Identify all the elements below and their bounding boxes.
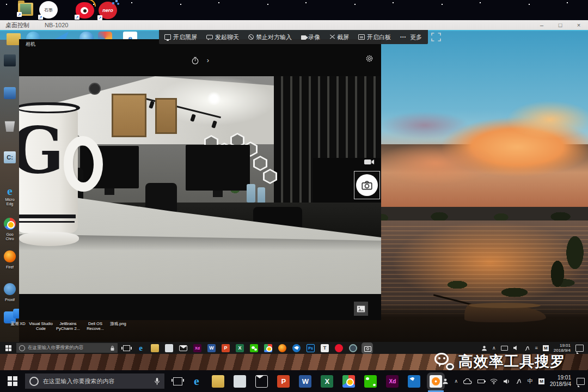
desktop-icon-google-chrome[interactable]: Goo Chro	[1, 218, 19, 241]
minimize-button[interactable]: –	[532, 20, 551, 30]
taskbar-adobe-xd[interactable]: Xd	[193, 344, 201, 352]
taskbar-settings-circle[interactable]	[349, 344, 357, 352]
taskbar-chrome[interactable]	[264, 344, 272, 352]
ime-language-indicator[interactable]: 中	[528, 377, 533, 385]
taskbar-mail[interactable]	[255, 375, 268, 388]
task-view-button[interactable]	[173, 377, 183, 385]
device-name: NB-1020	[45, 22, 68, 28]
taskbar-file-explorer[interactable]	[212, 375, 224, 388]
taskbar-weibo[interactable]	[335, 344, 343, 352]
task-view-button[interactable]	[123, 345, 130, 351]
taskbar-camera-active[interactable]	[363, 344, 371, 352]
black-screen-button[interactable]: 开启黑屏	[164, 33, 197, 41]
desktop-icon-proxifier[interactable]: Proxif	[1, 283, 19, 302]
remote-start-button[interactable]	[0, 342, 16, 354]
taskbar-store[interactable]	[165, 344, 173, 352]
local-start-button[interactable]	[0, 370, 25, 392]
local-desktop-icon-folder[interactable]: ↗	[18, 3, 33, 16]
taskbar-store[interactable]	[234, 375, 246, 388]
ime-badge[interactable]: M	[538, 378, 544, 384]
desktop-icon-firefox[interactable]: Firef	[1, 250, 19, 270]
people-icon[interactable]	[442, 378, 449, 384]
switch-to-video-icon[interactable]	[364, 159, 375, 165]
canister	[247, 184, 255, 203]
desktop-icon-microsoft-edge[interactable]: e Micro Edg	[1, 185, 19, 206]
taskbar-file-explorer[interactable]	[151, 344, 159, 352]
remote-search-box[interactable]: 在这里输入你要搜索的内容	[16, 343, 118, 353]
taskbar-thunderbird[interactable]	[408, 375, 420, 388]
remote-taskbar-icons: eXdWPXPsT	[137, 344, 371, 352]
shortcut-arrow-icon: ↗	[97, 15, 102, 20]
taskbar-sunflower-remote-active[interactable]	[430, 375, 442, 388]
lock-icon	[110, 345, 115, 351]
start-chat-button[interactable]: 发起聊天	[206, 33, 239, 41]
ceiling-light	[207, 91, 221, 106]
local-desktop-icon-shimo[interactable]: 石墨 ↗	[39, 1, 58, 19]
local-search-box[interactable]: 在这里输入你要搜索的内容	[25, 373, 164, 389]
tray-expand-icon[interactable]: ∧	[454, 378, 458, 384]
wallpaper-grass	[544, 231, 588, 302]
fullscreen-button[interactable]	[431, 33, 441, 41]
microphone-icon[interactable]	[154, 377, 160, 385]
block-remote-input-button[interactable]: 禁止对方输入	[248, 33, 292, 41]
cortana-icon	[19, 345, 25, 351]
local-clock[interactable]: 19:01 2018/9/4	[550, 375, 571, 388]
whiteboard-button[interactable]: 开启白板	[358, 33, 391, 41]
taskbar-thunderbird[interactable]	[292, 344, 301, 352]
desktop-icon-blue-app[interactable]	[1, 87, 19, 102]
taskbar-photoshop[interactable]: Ps	[307, 344, 315, 352]
taskbar-chrome[interactable]	[342, 375, 355, 388]
taskbar-excel[interactable]: X	[236, 344, 244, 352]
taskbar-wechat[interactable]	[364, 375, 377, 388]
toolbar-item-icon	[358, 34, 365, 40]
wifi-icon[interactable]	[490, 378, 498, 384]
desktop-icon-recycle-bin[interactable]	[1, 120, 19, 134]
taskbar-powerpoint[interactable]: P	[222, 344, 230, 352]
shortcut-arrow-icon: ↗	[17, 12, 22, 17]
onedrive-cloud-icon[interactable]	[463, 378, 472, 384]
cork-board	[155, 98, 177, 134]
settings-gear-icon[interactable]	[365, 54, 373, 63]
chevron-right-icon[interactable]: ›	[207, 57, 209, 64]
taskbar-adobe-xd[interactable]: Xd	[386, 375, 399, 388]
cloud	[376, 142, 495, 185]
maximize-button[interactable]: □	[551, 20, 569, 30]
wechat-icon	[434, 353, 454, 370]
local-taskbar-icons: ePWXXd	[190, 375, 442, 388]
windows-logo-icon	[5, 345, 11, 351]
battery-icon[interactable]	[477, 379, 485, 383]
local-desktop-icon-weibo[interactable]: ↗	[76, 2, 94, 19]
screenshot-button[interactable]: 截屏	[329, 33, 349, 41]
more-button[interactable]: 更多	[400, 33, 422, 41]
taskbar-wechat[interactable]	[250, 344, 258, 352]
taskbar-firefox[interactable]	[278, 344, 286, 352]
action-center-icon[interactable]	[577, 378, 585, 385]
take-photo-button[interactable]	[356, 174, 378, 196]
search-placeholder: 在这里输入你要搜索的内容	[28, 345, 107, 351]
desktop-icon-this-pc[interactable]	[1, 54, 19, 69]
taskbar-word[interactable]: W	[299, 375, 311, 388]
remote-window-titlebar[interactable]: 桌面控制 NB-1020 – □ ×	[0, 20, 588, 30]
record-button[interactable]: 录像	[301, 33, 320, 41]
taskbar-typora[interactable]: T	[321, 344, 329, 352]
taskbar-word[interactable]: W	[207, 344, 216, 352]
desktop-icon-c-drive[interactable]: C:	[1, 151, 19, 164]
volume-icon[interactable]	[503, 378, 510, 384]
taskbar-mail[interactable]	[179, 345, 187, 351]
photo-thumbnail-icon	[357, 305, 365, 313]
local-desktop-icon-nero[interactable]: nero ↗	[99, 2, 117, 19]
toolbar-item-icon	[400, 34, 408, 40]
close-button[interactable]: ×	[569, 20, 588, 30]
office-monitor	[186, 145, 250, 191]
pen-link-icon[interactable]	[516, 378, 522, 384]
search-placeholder: 在这里输入你要搜索的内容	[43, 377, 150, 385]
taskbar-powerpoint[interactable]: P	[277, 375, 290, 388]
camera-app-title: 相机	[26, 41, 35, 48]
taskbar-edge[interactable]: e	[190, 375, 203, 388]
local-taskbar: 在这里输入你要搜索的内容 ePWXXd ∧ 中 M 19:01 2018/9/4	[0, 370, 588, 392]
taskbar-excel[interactable]: X	[321, 375, 333, 388]
open-gallery-button[interactable]	[354, 302, 368, 316]
screenshot-root: ↗ 石墨 ↗ ↗ nero ↗ 桌面控制 NB-1020 – □ ×	[0, 0, 588, 392]
timer-icon[interactable]	[191, 57, 199, 65]
taskbar-edge[interactable]: e	[137, 344, 145, 352]
